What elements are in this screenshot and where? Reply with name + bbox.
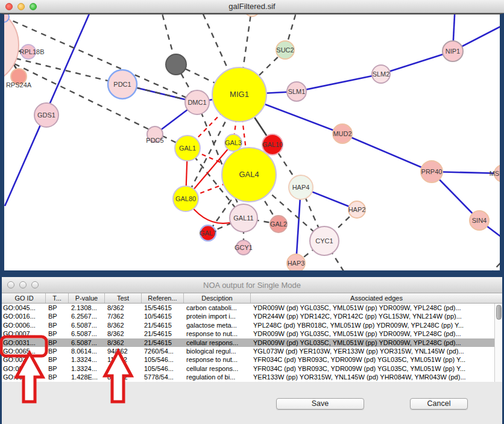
network-window: MIG1DMC1PDC1RPL18BRPS24AGDS1PDC5SUC2SLM1…: [0, 0, 504, 274]
vertical-scrollbar[interactable]: [494, 304, 502, 382]
table-cell: YFR034C (pd) YBR093C, YDR009W (pd) YGL03…: [251, 364, 502, 373]
graph-edge[interactable]: [297, 74, 381, 92]
table-cell: 2.1308...: [69, 304, 105, 312]
node-label: SIN4: [472, 217, 487, 224]
node-label: SLM2: [373, 70, 390, 78]
node-label: PDC5: [146, 137, 163, 144]
table-row[interactable]: GO:0016...BP6.2567...7/36210/54615protei…: [2, 312, 502, 320]
table-cell: YFR034C (pd) YBR093C, YDR009W (pd) YGL03…: [251, 355, 502, 364]
column-header[interactable]: Desciption: [184, 293, 251, 303]
node-label: NIP1: [446, 48, 460, 55]
table-cell: biological regul...: [184, 347, 251, 355]
table-cell: 105/546...: [142, 364, 184, 373]
table-cell: GO:0065...: [2, 347, 46, 355]
table-row[interactable]: GO:0031...BP1.3324...11/362105/546...res…: [2, 355, 502, 364]
table-cell: 21/54615: [142, 321, 184, 329]
graph-edge[interactable]: [500, 269, 504, 274]
table-cell: 8.0614...: [69, 347, 105, 355]
noa-table-body: GO:0045...BP2.1308...8/36215/54615carbon…: [2, 304, 502, 382]
table-cell: GO:0031...: [2, 355, 46, 364]
screen: MIG1DMC1PDC1RPL18BRPS24AGDS1PDC5SUC2SLM1…: [0, 0, 504, 424]
table-cell: YPL248C (pd) YBR018C, YML051W (pp) YDR00…: [251, 321, 502, 329]
node-label: RPS24A: [6, 81, 32, 89]
table-row[interactable]: GO:0050...BP1.428E...80/3625778/54...reg…: [2, 373, 502, 381]
table-cell: 1.3324...: [69, 355, 105, 364]
table-cell: YDR009W (pd) YGL035C, YML051W (pp) YDR00…: [251, 329, 502, 338]
table-cell: 6.2567...: [69, 312, 105, 320]
network-graph: MIG1DMC1PDC1RPL18BRPS24AGDS1PDC5SUC2SLM1…: [0, 0, 504, 274]
node-label: HAP2: [348, 206, 366, 213]
table-cell: YDR009W (pd) YGL035C, YML051W (pp) YDR00…: [251, 338, 502, 347]
column-header[interactable]: Associated edges: [251, 293, 502, 303]
table-cell: YDR009W (pd) YGL035C, YML051W (pp) YDR00…: [251, 304, 502, 312]
table-row[interactable]: GO:0045...BP2.1308...8/36215/54615carbon…: [2, 304, 502, 312]
table-cell: 10/54615: [142, 312, 184, 320]
table-cell: GO:0016...: [2, 312, 46, 320]
table-cell: response to nut...: [184, 329, 251, 338]
column-header[interactable]: Test: [105, 293, 142, 303]
table-cell: 105/546...: [142, 355, 184, 364]
network-titlebar[interactable]: galFiltered.sif: [0, 0, 504, 13]
table-cell: 15/54615: [142, 304, 184, 312]
node-label: GCY1: [235, 244, 253, 251]
table-row[interactable]: GO:0031...BP1.3324...11/362105/546...cel…: [2, 364, 502, 373]
noa-table-header[interactable]: GO IDT...P-valueTestReferen...Desciption…: [2, 293, 502, 304]
graph-edge[interactable]: [381, 51, 453, 74]
node-label: CYC1: [315, 237, 333, 245]
save-button[interactable]: Save: [276, 398, 364, 410]
table-row[interactable]: GO:0007...BP6.5087...8/36221/54615respon…: [2, 329, 502, 338]
scrollbar-thumb[interactable]: [496, 305, 502, 320]
table-cell: 21/54615: [142, 329, 184, 338]
table-cell: BP: [46, 304, 69, 312]
table-cell: 8/362: [105, 329, 142, 338]
table-cell: 5778/54...: [142, 373, 184, 381]
table-cell: response to nut...: [184, 355, 251, 364]
node-unlabeled[interactable]: [166, 54, 186, 75]
table-row[interactable]: GO:0031...BP6.5087...8/36221/54615cellul…: [2, 338, 502, 347]
node-label: SUC2: [276, 46, 294, 54]
close-button[interactable]: [5, 3, 13, 10]
node-label: GDS1: [37, 111, 55, 119]
node-label: GAL4: [239, 170, 259, 179]
zoom-button[interactable]: [30, 3, 37, 10]
table-cell: 6.5087...: [69, 329, 105, 338]
cancel-button[interactable]: Cancel: [410, 398, 468, 410]
column-header[interactable]: Referen...: [142, 293, 184, 303]
node-label: GAL7: [200, 229, 216, 237]
network-window-title: galFiltered.sif: [228, 2, 275, 11]
close-button-inactive[interactable]: [7, 281, 14, 288]
table-cell: BP: [46, 312, 69, 320]
graph-edge[interactable]: [342, 134, 432, 172]
table-cell: 6.5087...: [69, 321, 105, 329]
node-label: GAL10: [262, 141, 283, 148]
table-cell: BP: [46, 347, 69, 355]
table-cell: galactose meta...: [184, 321, 251, 329]
minimize-button-inactive[interactable]: [19, 281, 27, 288]
column-header[interactable]: GO ID: [2, 293, 46, 303]
table-cell: GO:0006...: [2, 321, 46, 329]
node-label: GAL11: [233, 214, 253, 222]
table-cell: 1.428E...: [69, 373, 105, 381]
table-row[interactable]: GO:0006...BP6.5087...8/36221/54615galact…: [2, 321, 502, 329]
table-row[interactable]: GO:0065...BP8.0614...94/3627260/54...bio…: [2, 347, 502, 355]
node-label: RPL18B: [20, 48, 45, 55]
graph-edge[interactable]: [490, 258, 504, 274]
node-label: GAL80: [175, 195, 196, 202]
zoom-button-inactive[interactable]: [31, 281, 39, 288]
table-cell: YER133W (pp) YOR315W, YNL145W (pd) YHR08…: [251, 373, 502, 381]
noa-titlebar[interactable]: NOA output for Single Mode: [2, 277, 502, 293]
table-cell: 8/362: [105, 321, 142, 329]
table-cell: 8/362: [105, 338, 142, 347]
node-label: DMC1: [187, 99, 206, 106]
table-cell: 94/362: [105, 347, 142, 355]
table-cell: GO:0045...: [2, 304, 46, 312]
minimize-button[interactable]: [17, 3, 25, 10]
table-cell: 7260/54...: [142, 347, 184, 355]
table-cell: YDR244W (pp) YDR142C, YDR142C (pp) YGL15…: [251, 312, 502, 320]
table-cell: GO:0031...: [2, 338, 46, 347]
table-cell: 21/54615: [142, 338, 184, 347]
table-cell: BP: [46, 338, 69, 347]
column-header[interactable]: T...: [46, 293, 69, 303]
column-header[interactable]: P-value: [69, 293, 105, 303]
table-cell: 11/362: [105, 355, 142, 364]
